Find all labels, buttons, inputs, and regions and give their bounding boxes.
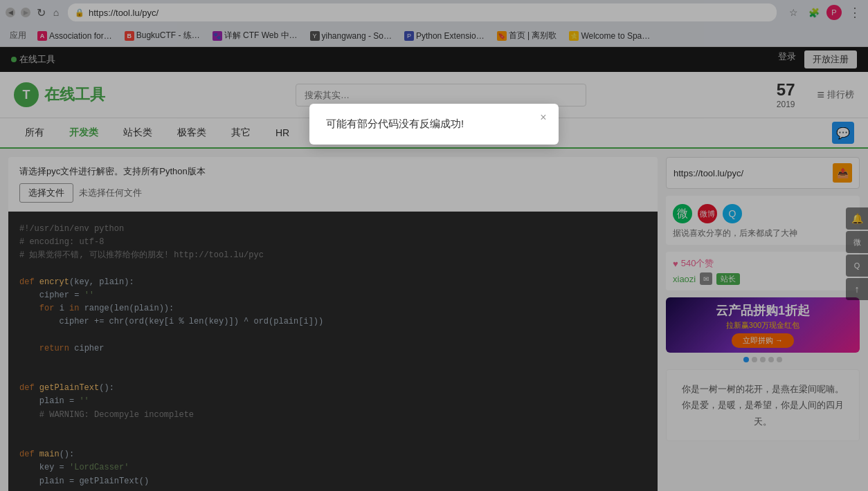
modal-dialog: 可能有部分代码没有反编成功! × xyxy=(309,104,559,145)
modal-message: 可能有部分代码没有反编成功! xyxy=(326,118,464,129)
modal-overlay: 可能有部分代码没有反编成功! × xyxy=(0,0,868,491)
modal-close-button[interactable]: × xyxy=(536,111,550,124)
